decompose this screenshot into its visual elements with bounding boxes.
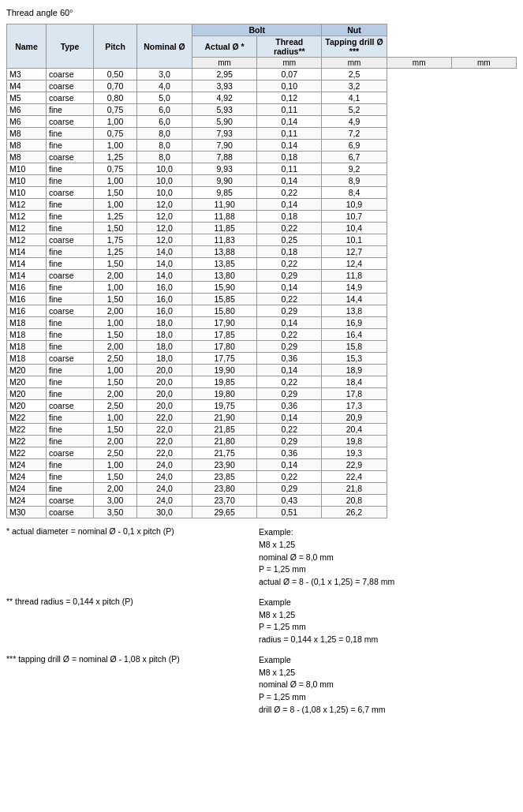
table-cell: 1,50 [94, 376, 137, 388]
table-cell: M6 [7, 104, 47, 116]
table-cell: coarse [47, 305, 94, 317]
table-cell: 15,85 [192, 294, 257, 305]
table-cell: 0,70 [94, 80, 137, 92]
table-cell: 2,50 [94, 353, 137, 365]
table-cell: 5,93 [192, 104, 257, 116]
table-cell: M24 [7, 483, 47, 495]
table-cell: 0,29 [257, 341, 322, 353]
table-cell: 0,22 [257, 294, 322, 305]
footnote-text: ** thread radius = 0,144 x pitch (P) [6, 597, 243, 646]
table-cell: 18,9 [322, 365, 387, 376]
col-header-actual: Actual Ø * [192, 36, 257, 58]
table-cell: 1,50 [94, 187, 137, 199]
table-row: M14fine1,2514,013,880,1812,7 [7, 246, 517, 258]
table-cell: fine [47, 258, 94, 270]
table-cell: M6 [7, 116, 47, 128]
table-cell: fine [47, 211, 94, 223]
table-row: M5coarse0,805,04,920,124,1 [7, 92, 517, 104]
table-cell: 1,25 [94, 211, 137, 223]
table-row: M14fine1,5014,013,850,2212,4 [7, 258, 517, 270]
example-label: Example [259, 597, 517, 609]
table-cell: fine [47, 483, 94, 495]
table-cell: 24,0 [137, 471, 192, 483]
table-cell: 6,0 [137, 116, 192, 128]
footnote-example: Example:M8 x 1,25nominal Ø = 8,0 mmP = 1… [259, 526, 517, 589]
footnote-block: ** thread radius = 0,144 x pitch (P)Exam… [6, 597, 517, 646]
table-cell: 4,0 [137, 80, 192, 92]
table-cell: M4 [7, 80, 47, 92]
example-label: Example [259, 654, 517, 667]
table-cell: 9,93 [192, 163, 257, 175]
table-cell: M22 [7, 412, 47, 424]
table-cell: 1,50 [94, 471, 137, 483]
table-row: M30coarse3,5030,029,650,5126,2 [7, 507, 517, 518]
table-cell: M3 [7, 69, 47, 80]
table-cell: 17,3 [322, 400, 387, 412]
table-row: M24fine1,5024,023,850,2222,4 [7, 471, 517, 483]
table-cell: 20,0 [137, 388, 192, 400]
table-cell: 13,85 [192, 258, 257, 270]
table-cell: fine [47, 412, 94, 424]
table-cell: 0,14 [257, 459, 322, 471]
table-cell: fine [47, 436, 94, 447]
table-cell: 19,90 [192, 365, 257, 376]
table-cell: fine [47, 199, 94, 211]
table-cell: 2,5 [322, 69, 387, 80]
table-cell: 12,0 [137, 211, 192, 223]
table-cell: 18,0 [137, 353, 192, 365]
table-cell: 6,9 [322, 140, 387, 152]
table-cell: 0,18 [257, 211, 322, 223]
table-cell: 0,11 [257, 104, 322, 116]
table-cell: 11,88 [192, 211, 257, 223]
table-cell: 0,11 [257, 163, 322, 175]
unit-nominal: mm [257, 58, 322, 69]
table-cell: 0,36 [257, 353, 322, 365]
table-cell: 0,14 [257, 365, 322, 376]
table-cell: 17,80 [192, 341, 257, 353]
table-cell: 1,00 [94, 175, 137, 187]
table-cell: coarse [47, 495, 94, 507]
table-cell: fine [47, 246, 94, 258]
table-cell: 3,0 [137, 69, 192, 80]
table-cell: 23,80 [192, 483, 257, 495]
table-cell: M22 [7, 436, 47, 447]
footnote-block: *** tapping drill Ø = nominal Ø - 1,08 x… [6, 654, 517, 717]
table-cell: 14,0 [137, 246, 192, 258]
table-row: M20coarse2,5020,019,750,3617,3 [7, 400, 517, 412]
table-row: M4coarse0,704,03,930,103,2 [7, 80, 517, 92]
table-cell: 9,90 [192, 175, 257, 187]
table-cell: 13,80 [192, 270, 257, 282]
table-row: M12coarse1,7512,011,830,2510,1 [7, 234, 517, 246]
table-row: M10fine0,7510,09,930,119,2 [7, 163, 517, 175]
table-cell: 11,85 [192, 223, 257, 234]
table-cell: 17,90 [192, 317, 257, 329]
table-cell: fine [47, 329, 94, 341]
table-row: M8fine1,008,07,900,146,9 [7, 140, 517, 152]
table-cell: 10,1 [322, 234, 387, 246]
table-cell: M16 [7, 305, 47, 317]
table-cell: 0,12 [257, 92, 322, 104]
table-cell: M18 [7, 353, 47, 365]
table-cell: M18 [7, 317, 47, 329]
table-cell: 20,4 [322, 424, 387, 436]
table-cell: 0,22 [257, 424, 322, 436]
table-cell: 19,8 [322, 436, 387, 447]
nut-section-header: Nut [322, 24, 387, 36]
table-cell: 1,00 [94, 459, 137, 471]
table-cell: 12,7 [322, 246, 387, 258]
table-cell: 20,0 [137, 400, 192, 412]
table-cell: 3,50 [94, 507, 137, 518]
table-cell: 0,80 [94, 92, 137, 104]
table-row: M16coarse2,0016,015,800,2913,8 [7, 305, 517, 317]
table-cell: 20,9 [322, 412, 387, 424]
table-cell: 22,4 [322, 471, 387, 483]
table-cell: fine [47, 471, 94, 483]
table-cell: 2,00 [94, 436, 137, 447]
table-cell: 0,18 [257, 152, 322, 163]
bolt-section-header: Bolt [192, 24, 322, 36]
table-cell: 0,75 [94, 104, 137, 116]
table-row: M24coarse3,0024,023,700,4320,8 [7, 495, 517, 507]
table-cell: 0,14 [257, 412, 322, 424]
table-cell: 29,65 [192, 507, 257, 518]
table-cell: 20,0 [137, 365, 192, 376]
